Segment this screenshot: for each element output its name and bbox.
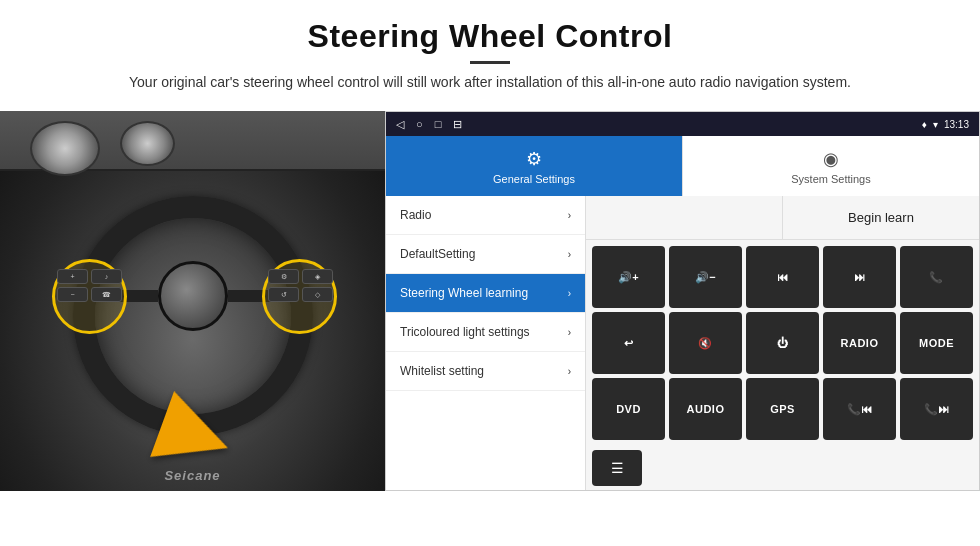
content-area: + ♪ − ☎ ⚙ ◈ ↺ ◇ Seicane ◁ ○ □ ⊟ xyxy=(0,111,980,491)
steering-wheel-hub xyxy=(158,261,228,331)
prev-track-button[interactable]: ⏮ xyxy=(746,246,819,308)
vol-down-icon: 🔊− xyxy=(695,271,716,284)
sw-buttons-left: + ♪ − ☎ xyxy=(57,269,122,302)
prev-icon: ⏮ xyxy=(777,271,789,283)
menu-item-whitelist[interactable]: Whitelist setting › xyxy=(386,352,585,391)
brand-watermark: Seicane xyxy=(164,468,220,483)
chevron-icon: › xyxy=(568,366,571,377)
top-row: Begin learn xyxy=(586,196,979,240)
dashboard-top xyxy=(0,111,385,171)
sw-buttons-right: ⚙ ◈ ↺ ◇ xyxy=(268,269,333,302)
power-button[interactable]: ⏻ xyxy=(746,312,819,374)
dvd-label: DVD xyxy=(616,403,641,415)
arrow-indicator xyxy=(160,401,230,471)
menu-whitelist-label: Whitelist setting xyxy=(400,364,568,378)
call-prev-button[interactable]: 📞⏮ xyxy=(823,378,896,440)
location-icon: ♦ xyxy=(922,119,927,130)
bottom-row: ☰ xyxy=(586,446,979,490)
back-button[interactable]: ↩ xyxy=(592,312,665,374)
back-icon: ◁ xyxy=(396,118,404,131)
next-icon: ⏭ xyxy=(854,271,866,283)
tab-general-label: General Settings xyxy=(493,173,575,185)
call-next-button[interactable]: 📞⏭ xyxy=(900,378,973,440)
mute-icon: 🔇 xyxy=(698,337,713,350)
gauge-left xyxy=(30,121,100,176)
tab-general-settings[interactable]: ⚙ General Settings xyxy=(386,136,682,196)
sw-btn-circle: ◇ xyxy=(302,287,333,302)
menu-radio-label: Radio xyxy=(400,208,568,222)
page-header: Steering Wheel Control Your original car… xyxy=(0,0,980,101)
tab-system-settings[interactable]: ◉ System Settings xyxy=(682,136,979,196)
audio-label: AUDIO xyxy=(687,403,725,415)
radio-button[interactable]: RADIO xyxy=(823,312,896,374)
menu-tricoloured-label: Tricoloured light settings xyxy=(400,325,568,339)
chevron-icon: › xyxy=(568,327,571,338)
wifi-icon: ▾ xyxy=(933,119,938,130)
back-call-icon: ↩ xyxy=(624,337,634,350)
call-next-icon: 📞⏭ xyxy=(924,403,950,416)
system-settings-icon: ◉ xyxy=(823,148,839,170)
call-icon: 📞 xyxy=(929,271,944,284)
list-icon-button[interactable]: ☰ xyxy=(592,450,642,486)
menu-item-tricoloured[interactable]: Tricoloured light settings › xyxy=(386,313,585,352)
sw-btn-call: ☎ xyxy=(91,287,122,302)
car-image-area: + ♪ − ☎ ⚙ ◈ ↺ ◇ Seicane xyxy=(0,111,385,491)
empty-cell xyxy=(586,196,783,239)
dvd-button[interactable]: DVD xyxy=(592,378,665,440)
menu-item-default-setting[interactable]: DefaultSetting › xyxy=(386,235,585,274)
menu-icon: ⊟ xyxy=(453,118,462,131)
home-icon: ○ xyxy=(416,118,423,131)
menu-list: Radio › DefaultSetting › Steering Wheel … xyxy=(386,196,586,490)
begin-learn-button[interactable]: Begin learn xyxy=(783,196,979,239)
audio-button[interactable]: AUDIO xyxy=(669,378,742,440)
call-prev-icon: 📞⏮ xyxy=(847,403,873,416)
title-divider xyxy=(470,61,510,64)
mode-button[interactable]: MODE xyxy=(900,312,973,374)
gps-button[interactable]: GPS xyxy=(746,378,819,440)
sw-btn-diamond: ◈ xyxy=(302,269,333,284)
power-icon: ⏻ xyxy=(777,337,789,349)
page-subtitle: Your original car's steering wheel contr… xyxy=(90,72,890,93)
list-icon: ☰ xyxy=(611,460,624,476)
vol-up-icon: 🔊+ xyxy=(618,271,639,284)
main-content: Radio › DefaultSetting › Steering Wheel … xyxy=(386,196,979,490)
mute-button[interactable]: 🔇 xyxy=(669,312,742,374)
nav-icons: ◁ ○ □ ⊟ xyxy=(396,118,462,131)
menu-item-steering-wheel[interactable]: Steering Wheel learning › xyxy=(386,274,585,313)
menu-default-label: DefaultSetting xyxy=(400,247,568,261)
tab-system-label: System Settings xyxy=(791,173,870,185)
chevron-icon: › xyxy=(568,288,571,299)
chevron-icon: › xyxy=(568,249,571,260)
sw-btn-music: ♪ xyxy=(91,269,122,284)
call-button[interactable]: 📞 xyxy=(900,246,973,308)
menu-item-radio[interactable]: Radio › xyxy=(386,196,585,235)
android-panel: ◁ ○ □ ⊟ ♦ ▾ 13:13 ⚙ General Settings ◉ S… xyxy=(385,111,980,491)
control-button-grid: 🔊+ 🔊− ⏮ ⏭ 📞 ↩ xyxy=(586,240,979,446)
right-panel: Begin learn 🔊+ 🔊− ⏮ ⏭ xyxy=(586,196,979,490)
vol-up-button[interactable]: 🔊+ xyxy=(592,246,665,308)
general-settings-icon: ⚙ xyxy=(526,148,542,170)
mode-label: MODE xyxy=(919,337,954,349)
chevron-icon: › xyxy=(568,210,571,221)
sw-btn-gear: ⚙ xyxy=(268,269,299,284)
page-title: Steering Wheel Control xyxy=(0,18,980,55)
next-track-button[interactable]: ⏭ xyxy=(823,246,896,308)
recents-icon: □ xyxy=(435,118,442,131)
sw-btn-vol-down: − xyxy=(57,287,88,302)
gauge-right xyxy=(120,121,175,166)
gps-label: GPS xyxy=(770,403,795,415)
sw-btn-refresh: ↺ xyxy=(268,287,299,302)
radio-label: RADIO xyxy=(841,337,879,349)
menu-steering-label: Steering Wheel learning xyxy=(400,286,568,300)
status-right: ♦ ▾ 13:13 xyxy=(922,119,969,130)
tab-bar: ⚙ General Settings ◉ System Settings xyxy=(386,136,979,196)
vol-down-button[interactable]: 🔊− xyxy=(669,246,742,308)
time-display: 13:13 xyxy=(944,119,969,130)
sw-btn-vol-up: + xyxy=(57,269,88,284)
status-bar: ◁ ○ □ ⊟ ♦ ▾ 13:13 xyxy=(386,112,979,136)
